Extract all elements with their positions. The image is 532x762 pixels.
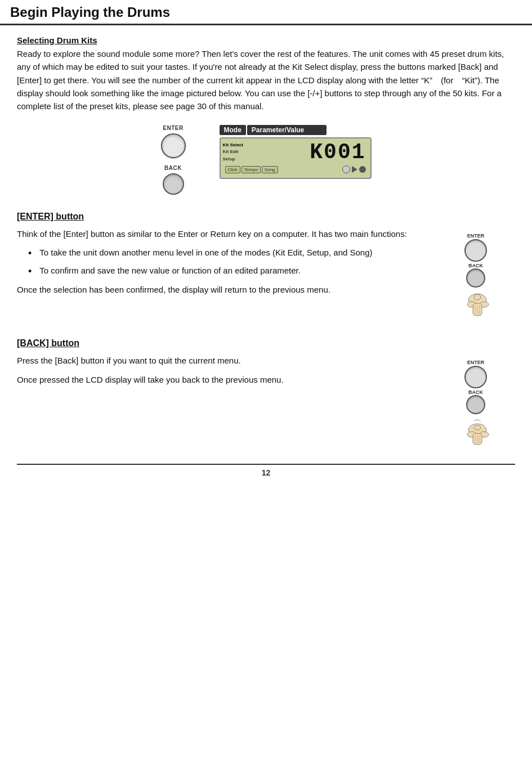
- svg-point-7: [474, 294, 481, 300]
- lcd-ctrl-triangle: [352, 166, 357, 173]
- back-graphic-label: BACK: [468, 263, 483, 268]
- back-btn-circle-back-section: [466, 395, 485, 414]
- back-feature-section: Press the [Back] button if you want to q…: [17, 354, 515, 448]
- lcd-diagram-area: ENTER BACK Mode Parameter/Value Kit Sele…: [17, 125, 515, 195]
- lcd-display-container: Mode Parameter/Value Kit Select Kit Edit…: [220, 125, 372, 179]
- lcd-digit-display: K001: [310, 142, 365, 163]
- mode-box: Mode: [220, 125, 246, 135]
- enter-btn-circle-back-section: [464, 366, 487, 388]
- section1-heading: Selecting Drum Kits: [17, 35, 97, 45]
- back-button-graphic: ENTER BACK: [436, 354, 515, 448]
- bullet-item-1: • To take the unit down another menu lev…: [28, 246, 425, 259]
- bullet-item-2: • To confirm and save the new value or f…: [28, 265, 425, 277]
- kit-edit-label: Kit Edit: [223, 149, 243, 155]
- enter-after-text: Once the selection has been confirmed, t…: [17, 283, 425, 296]
- section-selecting-drum-kits: Selecting Drum Kits Ready to explore the…: [17, 35, 515, 113]
- enter-hand-graphic: ENTER BACK: [456, 233, 495, 321]
- lcd-panel: Kit Select Kit Edit Setup K001 Click Tem…: [220, 137, 372, 179]
- bullet-dot-2: •: [28, 266, 32, 276]
- hand-svg-enter: [456, 288, 495, 321]
- param-box: Parameter/Value: [247, 125, 327, 135]
- enter-button-graphic: ENTER BACK: [436, 227, 515, 321]
- section1-body: Ready to explore the sound module some m…: [17, 47, 515, 113]
- svg-point-15: [474, 425, 481, 430]
- page-number: 12: [17, 464, 515, 477]
- back-hand-graphic: ENTER BACK: [456, 360, 495, 448]
- page-title: Begin Playing the Drums: [10, 5, 170, 20]
- bullet-dot-1: •: [28, 248, 32, 258]
- back-button-diagram: [163, 173, 184, 195]
- enter-intro: Think of the [Enter] button as similar t…: [17, 227, 425, 240]
- setup-label: Setup: [223, 156, 243, 162]
- lcd-left-labels: Kit Select Kit Edit Setup: [223, 142, 243, 162]
- hand-svg-back: [456, 414, 495, 448]
- lcd-digits-row: K001: [225, 142, 366, 163]
- back-label-top: BACK: [164, 165, 182, 171]
- back-btn-circle-enter-section: [466, 268, 485, 288]
- back-section-back-label: BACK: [468, 389, 483, 395]
- enter-graphic-label: ENTER: [467, 233, 485, 239]
- lcd-bottom-labels: Click Tempo Song: [225, 166, 278, 173]
- enter-feature-section: Think of the [Enter] button as similar t…: [17, 227, 515, 321]
- main-content: Selecting Drum Kits Ready to explore the…: [0, 25, 532, 494]
- back-para2: Once pressed the LCD display will take y…: [17, 373, 425, 386]
- lcd-controls: [342, 165, 366, 173]
- lcd-bottom-row: Click Tempo Song: [225, 165, 366, 173]
- back-para1: Press the [Back] button if you want to q…: [17, 354, 425, 367]
- bullet-text-1: To take the unit down another menu level…: [39, 246, 372, 259]
- section-enter-button: [ENTER] button Think of the [Enter] butt…: [17, 212, 515, 321]
- page-header: Begin Playing the Drums: [0, 0, 532, 25]
- lcd-ctrl-dot: [359, 166, 366, 173]
- enter-btn-circle: [464, 239, 487, 262]
- enter-button-heading: [ENTER] button: [17, 212, 84, 222]
- tempo-label: Tempo: [242, 166, 261, 173]
- bullet-text-2: To confirm and save the new value or fun…: [39, 265, 301, 277]
- back-button-heading: [BACK] button: [17, 338, 79, 348]
- enter-back-diagram: ENTER BACK: [161, 125, 186, 195]
- kit-select-label: Kit Select: [223, 142, 243, 148]
- enter-button-diagram: [161, 133, 186, 158]
- enter-label-top: ENTER: [163, 125, 183, 131]
- back-section-enter-label: ENTER: [467, 360, 485, 365]
- back-feature-text: Press the [Back] button if you want to q…: [17, 354, 425, 448]
- enter-feature-text: Think of the [Enter] button as similar t…: [17, 227, 425, 321]
- section-back-button: [BACK] button Press the [Back] button if…: [17, 338, 515, 448]
- lcd-ctrl-circle: [342, 165, 350, 173]
- enter-bullet-list: • To take the unit down another menu lev…: [28, 246, 425, 277]
- mode-param-bar: Mode Parameter/Value: [220, 125, 327, 135]
- song-label: Song: [262, 166, 278, 173]
- click-label: Click: [225, 166, 240, 173]
